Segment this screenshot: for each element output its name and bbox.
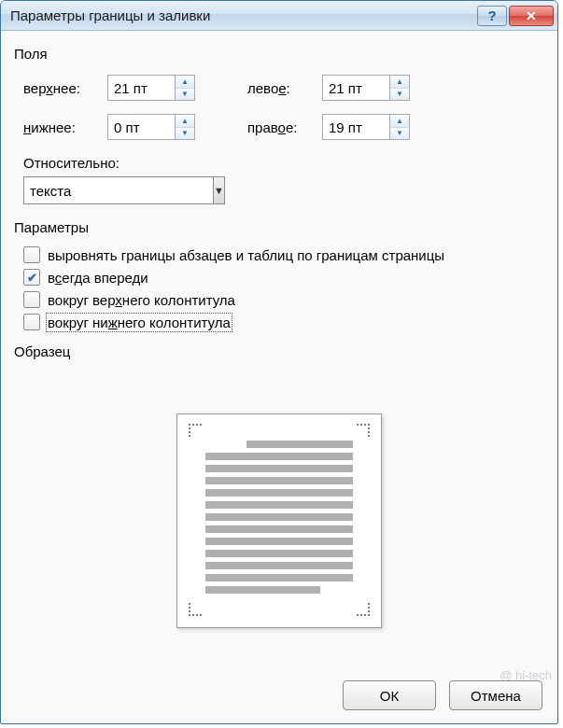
- titlebar-buttons: ? ✕: [477, 6, 554, 26]
- relative-label: Относительно:: [23, 155, 544, 171]
- checkbox-footer-label: вокруг нижнего колонтитула: [48, 315, 231, 330]
- margin-left-spinner[interactable]: ▲ ▼: [322, 75, 415, 101]
- checkbox-footer[interactable]: [23, 314, 40, 330]
- spin-up-icon[interactable]: ▲: [176, 76, 194, 89]
- margin-top-input[interactable]: [107, 75, 175, 101]
- corner-marker-icon: [357, 603, 370, 616]
- spin-down-icon[interactable]: ▼: [390, 128, 409, 140]
- margin-top-spinner[interactable]: ▲ ▼: [107, 75, 201, 101]
- spin-down-icon[interactable]: ▼: [390, 89, 409, 101]
- ok-button[interactable]: ОК: [343, 680, 436, 710]
- margin-top-label: верхнее:: [23, 80, 107, 96]
- cancel-button[interactable]: Отмена: [449, 680, 542, 710]
- preview-page: [176, 413, 382, 628]
- margin-right-label: правое:: [247, 119, 322, 135]
- checkbox-front-label: всегда впереди: [48, 270, 148, 286]
- checkbox-list: выровнять границы абзацев и таблиц по гр…: [23, 246, 544, 330]
- checkbox-header-row: вокруг верхнего колонтитула: [23, 291, 544, 308]
- margin-right-spinner[interactable]: ▲ ▼: [322, 114, 415, 140]
- margin-bottom-input[interactable]: [107, 114, 175, 140]
- checkbox-header[interactable]: [23, 291, 40, 308]
- dialog-body: Поля верхнее: ▲ ▼ левое: ▲ ▼: [1, 31, 557, 723]
- chevron-down-icon: ▼: [214, 185, 224, 196]
- preview-text-lines: [205, 441, 353, 594]
- checkbox-align-label: выровнять границы абзацев и таблиц по гр…: [48, 247, 444, 263]
- spin-up-icon[interactable]: ▲: [390, 115, 409, 128]
- margin-left-label: левое:: [247, 80, 322, 96]
- margin-bottom-label: нижнее:: [23, 119, 107, 135]
- spin-up-icon[interactable]: ▲: [390, 76, 409, 89]
- corner-marker-icon: [189, 424, 202, 437]
- spin-up-icon[interactable]: ▲: [176, 115, 194, 128]
- titlebar: Параметры границы и заливки ? ✕: [1, 1, 557, 31]
- close-icon: ✕: [526, 8, 537, 23]
- group-preview-label: Образец: [14, 343, 544, 359]
- help-icon: ?: [487, 7, 496, 23]
- margins-grid: верхнее: ▲ ▼ левое: ▲ ▼ ни: [23, 75, 544, 140]
- group-fields-label: Поля: [14, 46, 544, 62]
- spin-down-icon[interactable]: ▼: [176, 128, 194, 140]
- margin-right-input[interactable]: [322, 114, 389, 140]
- margin-left-input[interactable]: [322, 75, 389, 101]
- combo-dropdown-button[interactable]: ▼: [213, 176, 225, 204]
- relative-combo[interactable]: ▼: [23, 176, 191, 204]
- spin-down-icon[interactable]: ▼: [176, 89, 194, 101]
- checkbox-front[interactable]: ✔: [23, 269, 40, 286]
- window-title: Параметры границы и заливки: [10, 7, 477, 23]
- checkbox-header-label: вокруг верхнего колонтитула: [48, 292, 235, 308]
- relative-input[interactable]: [23, 176, 213, 204]
- close-button[interactable]: ✕: [509, 6, 554, 26]
- dialog-buttons: ОК Отмена: [14, 673, 544, 712]
- preview-area: [14, 369, 544, 673]
- margin-bottom-spinner[interactable]: ▲ ▼: [107, 114, 201, 140]
- corner-marker-icon: [357, 424, 370, 437]
- checkbox-align-row: выровнять границы абзацев и таблиц по гр…: [23, 246, 544, 263]
- corner-marker-icon: [189, 603, 202, 616]
- checkbox-align[interactable]: [23, 246, 40, 263]
- group-params-label: Параметры: [14, 219, 544, 235]
- help-button[interactable]: ?: [477, 6, 507, 26]
- relative-section: Относительно: ▼: [23, 155, 544, 204]
- dialog-window: Параметры границы и заливки ? ✕ Поля вер…: [0, 0, 558, 724]
- checkbox-footer-row: вокруг нижнего колонтитула: [23, 314, 544, 330]
- checkbox-front-row: ✔ всегда впереди: [23, 269, 544, 286]
